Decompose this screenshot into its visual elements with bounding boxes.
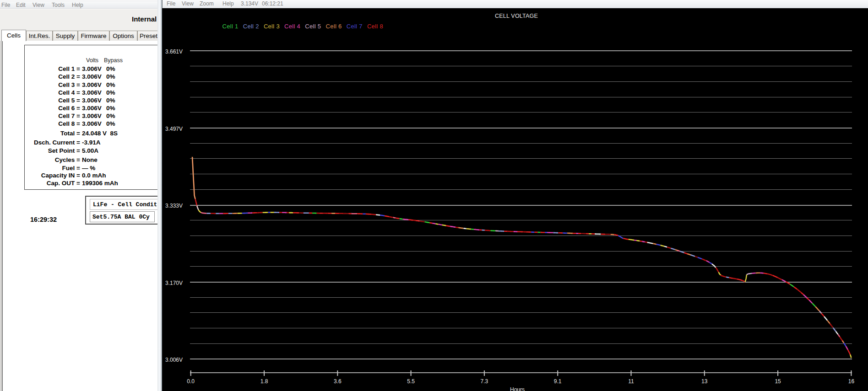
svg-text:Cell 3: Cell 3 [264, 23, 280, 30]
svg-text:Cell 1: Cell 1 [222, 23, 239, 30]
svg-text:CELL VOLTAGE: CELL VOLTAGE [495, 13, 538, 19]
svg-text:Cell 7: Cell 7 [347, 23, 363, 30]
svg-text:15: 15 [775, 378, 781, 385]
svg-text:16: 16 [848, 378, 855, 385]
svg-text:0.0: 0.0 [187, 378, 195, 385]
svg-text:1.8: 1.8 [260, 378, 268, 385]
svg-text:9.1: 9.1 [554, 378, 562, 385]
svg-text:Cell 4: Cell 4 [284, 23, 300, 30]
svg-text:Hours: Hours [510, 386, 525, 391]
svg-text:Cell 5: Cell 5 [305, 23, 321, 30]
svg-text:3.333V: 3.333V [165, 203, 183, 209]
svg-text:3.006V: 3.006V [165, 357, 183, 363]
svg-text:13: 13 [701, 378, 708, 385]
svg-text:5.5: 5.5 [407, 378, 415, 385]
svg-text:Cell 8: Cell 8 [367, 23, 383, 30]
svg-text:3.170V: 3.170V [165, 280, 183, 286]
svg-text:3.497V: 3.497V [165, 126, 183, 132]
svg-text:3.6: 3.6 [334, 378, 342, 385]
svg-text:7.3: 7.3 [481, 378, 488, 385]
svg-text:Cell 2: Cell 2 [243, 23, 259, 30]
svg-text:3.661V: 3.661V [165, 48, 183, 55]
svg-text:11: 11 [628, 378, 634, 385]
svg-text:Cell 6: Cell 6 [326, 23, 342, 30]
